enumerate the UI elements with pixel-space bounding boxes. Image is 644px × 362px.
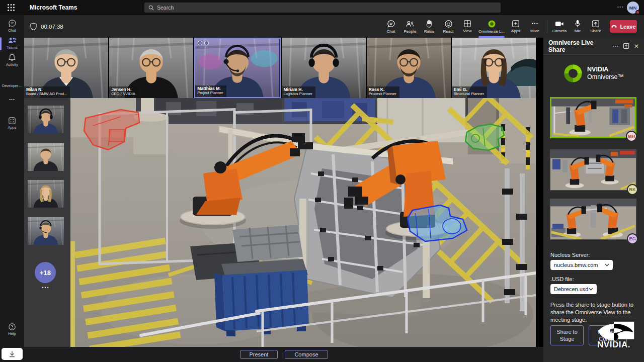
app-rail: Chat Teams Activity Developer ... ••• bbox=[0, 15, 24, 362]
video-stage: Milan N. Board / BMW AG Prod... Jensen H… bbox=[24, 38, 536, 98]
video-tile[interactable]: Miriam H. Logistics Planner bbox=[282, 38, 366, 98]
sidebar-item-activity[interactable]: Activity bbox=[0, 53, 24, 67]
video-tile-active-speaker[interactable]: Matthias M. Project Planner bbox=[194, 38, 280, 98]
video-thumbnail[interactable] bbox=[28, 106, 64, 133]
bell-icon bbox=[8, 53, 16, 62]
participant-video-frame bbox=[28, 217, 64, 245]
meeting-toolbar: Chat People Raise R bbox=[381, 15, 544, 38]
popout-icon[interactable] bbox=[623, 43, 629, 49]
apps-add-icon bbox=[512, 20, 520, 28]
participant-thumbnail-rail: +18 ••• bbox=[24, 98, 70, 347]
avatar[interactable]: MN bbox=[627, 2, 639, 14]
stage-bottom-bar: Present Compose bbox=[24, 347, 543, 362]
omniverse-view-thumbnail[interactable]: EG bbox=[550, 199, 636, 240]
more-participants-badge[interactable]: +18 bbox=[35, 262, 56, 283]
download-icon bbox=[9, 351, 16, 357]
video-tile[interactable]: Emi G. Structural Planner bbox=[452, 38, 536, 98]
present-button[interactable]: Present bbox=[240, 350, 278, 359]
search-icon bbox=[148, 5, 154, 11]
titlebar-more-icon[interactable]: ⋯ bbox=[617, 3, 623, 11]
share-to-stage-button[interactable]: Share to Stage bbox=[550, 325, 584, 345]
people-icon bbox=[406, 20, 415, 28]
react-button[interactable]: React bbox=[439, 15, 458, 38]
factory-thumbnail-scene bbox=[551, 99, 635, 137]
rail-overflow-icon[interactable]: ••• bbox=[24, 285, 67, 290]
share-button[interactable]: Share bbox=[587, 15, 605, 38]
app-launcher-icon[interactable] bbox=[7, 4, 15, 12]
toolbar-separator bbox=[547, 20, 547, 33]
bmw-logo-icon bbox=[198, 41, 202, 45]
usd-file-select[interactable]: Debrecen.usd bbox=[550, 284, 597, 294]
omniverse-app-button[interactable]: Omniverse L... bbox=[477, 15, 506, 38]
panel-close-icon[interactable]: ✕ bbox=[634, 43, 639, 50]
video-thumbnail[interactable] bbox=[28, 217, 64, 245]
search-placeholder: Search bbox=[157, 5, 174, 11]
participant-nameplate: Emi G. Structural Planner bbox=[452, 86, 487, 98]
view-button[interactable]: View bbox=[458, 15, 477, 38]
participant-nameplate: Milan N. Board / BMW AG Prod... bbox=[24, 86, 70, 98]
brand-logos bbox=[198, 41, 209, 45]
video-thumbnail[interactable] bbox=[28, 143, 64, 171]
title-bar: Microsoft Teams Search ⋯ MN bbox=[0, 0, 644, 15]
sidebar-item-help[interactable]: Help bbox=[0, 323, 24, 336]
leave-button[interactable]: Leave bbox=[610, 20, 637, 33]
video-tile[interactable]: Milan N. Board / BMW AG Prod... bbox=[24, 38, 108, 98]
chat-button[interactable]: Chat bbox=[381, 15, 400, 38]
share-owner-badge: RK bbox=[627, 184, 638, 195]
apps-grid-icon bbox=[8, 117, 16, 125]
sidebar-item-developer[interactable]: Developer ... bbox=[0, 83, 24, 87]
sidebar-item-teams[interactable]: Teams bbox=[0, 36, 24, 50]
react-smiley-icon bbox=[444, 20, 453, 28]
participant-video-frame bbox=[28, 180, 64, 208]
mini-logo-icon bbox=[204, 41, 209, 45]
share-hint-text: Press the share to stage button to share… bbox=[550, 301, 637, 324]
apps-button[interactable]: Apps bbox=[506, 15, 525, 38]
participant-nameplate: Ross K. Process Planner bbox=[367, 86, 399, 98]
nucleus-server-label: Nucleus Server: bbox=[550, 252, 590, 258]
nucleus-server-select[interactable]: nucleus.bmw.com bbox=[550, 260, 613, 270]
app-title: Microsoft Teams bbox=[30, 4, 77, 11]
omniverse-logo-icon bbox=[564, 64, 583, 83]
share-owner-badge: MH bbox=[626, 131, 637, 142]
panel-buttons: Share to Stage Request Control bbox=[550, 325, 627, 345]
meeting-timer: 00:07:38 bbox=[30, 15, 63, 38]
video-thumbnail[interactable] bbox=[28, 180, 64, 208]
panel-title: Omniverse Live Share bbox=[548, 39, 608, 53]
share-screen-icon bbox=[592, 20, 600, 28]
omniverse-view-thumbnail[interactable]: RK bbox=[550, 149, 636, 191]
omniverse-viewport[interactable] bbox=[70, 98, 536, 347]
hangup-icon bbox=[611, 25, 617, 28]
download-button[interactable] bbox=[2, 348, 23, 360]
sidebar-item-chat[interactable]: Chat bbox=[0, 19, 24, 33]
camera-icon bbox=[555, 20, 564, 28]
share-owner-badge: EG bbox=[627, 233, 638, 244]
factory-thumbnail-scene bbox=[550, 150, 636, 190]
video-tile[interactable]: Ross K. Process Planner bbox=[367, 38, 451, 98]
compose-button[interactable]: Compose bbox=[285, 350, 328, 359]
more-dots-icon bbox=[531, 20, 539, 28]
search-input[interactable]: Search bbox=[144, 3, 501, 13]
omniverse-live-share-panel: Omniverse Live Share ⋯ ✕ NVIDIA Omnivers… bbox=[543, 38, 644, 362]
panel-more-icon[interactable]: ⋯ bbox=[612, 43, 618, 50]
raise-hand-button[interactable]: Raise bbox=[420, 15, 439, 38]
camera-button[interactable]: Camera bbox=[550, 15, 569, 38]
brand-text: NVIDIA Omniverse™ bbox=[587, 66, 624, 81]
mic-icon bbox=[575, 20, 581, 28]
participant-nameplate: Matthias M. Project Planner bbox=[195, 85, 226, 97]
request-control-button[interactable]: Request Control bbox=[589, 325, 627, 345]
video-tile[interactable]: Jensen H. CEO / NVIDIA bbox=[109, 38, 193, 98]
mic-button[interactable]: Mic bbox=[569, 15, 587, 38]
people-button[interactable]: People bbox=[400, 15, 420, 38]
chat-icon bbox=[387, 20, 395, 28]
raise-hand-icon bbox=[425, 20, 433, 28]
sidebar-item-apps[interactable]: Apps bbox=[0, 117, 24, 130]
device-toolbar: Camera Mic Share bbox=[550, 15, 605, 38]
panel-header: Omniverse Live Share ⋯ ✕ bbox=[543, 38, 644, 55]
more-button[interactable]: More bbox=[525, 15, 544, 38]
sidebar-item-overflow[interactable]: ••• bbox=[0, 97, 24, 102]
omniverse-view-thumbnail[interactable]: MH bbox=[550, 97, 636, 138]
chevron-down-icon bbox=[605, 263, 609, 266]
chevron-down-icon bbox=[589, 288, 593, 291]
view-grid-icon bbox=[463, 20, 471, 28]
participant-video-frame bbox=[28, 106, 64, 133]
